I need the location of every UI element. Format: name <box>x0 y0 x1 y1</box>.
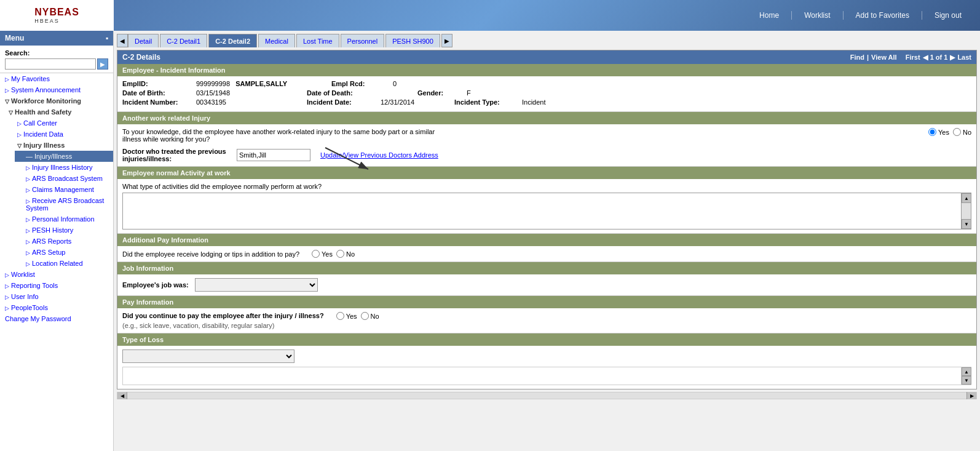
normal-activity-textarea[interactable] <box>123 193 961 229</box>
add-pay-no-label[interactable]: No <box>336 250 355 258</box>
search-button[interactable]: ▶ <box>97 58 108 70</box>
sidebar-item-claims-mgmt[interactable]: ▷Claims Management <box>15 184 113 195</box>
sidebar-search: Search: ▶ <box>0 46 113 73</box>
tab-c2-detail2[interactable]: C-2 Detail2 <box>208 34 257 47</box>
prev-page-icon[interactable]: ◀ <box>923 54 928 62</box>
tab-personnel[interactable]: Personnel <box>341 34 385 47</box>
nav-signout[interactable]: Sign out <box>922 11 974 20</box>
sidebar-item-injury-illness-history[interactable]: ▷Injury Illness History <box>15 162 113 173</box>
header-nav: Home Worklist Add to Favorites Sign out <box>114 0 980 31</box>
arrow-icon: ▷ <box>26 187 30 193</box>
update-doctors-link[interactable]: Update/View Previous Doctors Address <box>320 151 438 159</box>
nav-favorites[interactable]: Add to Favorites <box>844 11 922 20</box>
sidebar-item-ars-broadcast[interactable]: ▷ARS Broadcast System <box>15 173 113 184</box>
employee-row2: Date of Birth: 03/15/1948 Date of Death:… <box>122 89 971 97</box>
additional-pay-block: Additional Pay Information Did the emplo… <box>117 233 976 261</box>
type-of-loss-select[interactable] <box>122 349 294 363</box>
nav-worklist[interactable]: Worklist <box>792 11 843 20</box>
sidebar-item-receive-ars[interactable]: ▷Receive ARS Broadcast System <box>15 195 113 214</box>
tab-detail[interactable]: Detail <box>128 34 159 47</box>
tab-lost-time[interactable]: Lost Time <box>296 34 339 47</box>
horizontal-scrollbar[interactable]: ◀ ▶ <box>117 392 977 399</box>
arrow-icon: ▷ <box>26 198 30 204</box>
work-injury-radio-group: Yes No <box>928 128 971 136</box>
yes-label: Yes <box>938 129 949 136</box>
sidebar-item-health-safety[interactable]: ▽Health and Safety <box>5 106 113 118</box>
sidebar-item-personal-info[interactable]: ▷Personal Information <box>15 214 113 225</box>
no-radio-label[interactable]: No <box>953 128 971 136</box>
loss-scroll-down[interactable]: ▼ <box>962 376 971 385</box>
nav-home[interactable]: Home <box>747 11 792 20</box>
next-page-icon[interactable]: ▶ <box>950 54 955 62</box>
sidebar-item-ars-setup[interactable]: ▷ARS Setup <box>15 247 113 258</box>
work-injury-block: Another work related Injury To your know… <box>117 111 976 166</box>
sidebar-item-reporting-tools[interactable]: ▷Reporting Tools <box>0 280 113 291</box>
pay-yes-label[interactable]: Yes <box>336 312 357 320</box>
sidebar-item-people-tools[interactable]: ▷PeopleTools <box>0 302 113 313</box>
sidebar-item-pesh-history[interactable]: ▷PESH History <box>15 225 113 236</box>
emplid-value: 999999998 SAMPLE,SALLY <box>196 80 331 87</box>
arrow-icon: ▷ <box>5 272 9 278</box>
loss-scroll-up[interactable]: ▲ <box>962 367 971 376</box>
view-all-link[interactable]: View All <box>871 54 897 61</box>
search-input[interactable] <box>5 58 96 70</box>
arrow-icon: ▷ <box>17 121 22 127</box>
job-was-label: Employee's job was: <box>122 281 189 289</box>
scroll-right-btn[interactable]: ▶ <box>966 392 976 399</box>
dod-label: Date of Death: <box>307 89 381 97</box>
no-radio[interactable] <box>953 128 961 136</box>
sidebar-item-system-announcement[interactable]: ▷System Announcement <box>0 84 113 95</box>
add-pay-yes-label[interactable]: Yes <box>312 250 333 258</box>
tab-medical[interactable]: Medical <box>258 34 295 47</box>
tab-pesh-sh900[interactable]: PESH SH900 <box>385 34 440 47</box>
job-was-select[interactable] <box>195 278 318 292</box>
scroll-up-btn[interactable]: ▲ <box>962 193 971 203</box>
sidebar: Menu ▪ Search: ▶ ▷My Favorites ▷System A… <box>0 31 114 451</box>
pay-yes-radio[interactable] <box>336 312 344 320</box>
menu-label: Menu <box>5 34 24 42</box>
doctor-input[interactable] <box>237 149 310 161</box>
arrow-icon: ▷ <box>5 283 9 289</box>
tab-next-btn[interactable]: ▶ <box>441 34 452 47</box>
sidebar-item-ars-reports[interactable]: ▷ARS Reports <box>15 236 113 247</box>
sidebar-item-change-password[interactable]: Change My Password <box>0 313 113 324</box>
incident-date-value: 12/31/2014 <box>381 98 454 106</box>
textarea-scrollbar: ▲ ▼ <box>961 193 971 229</box>
sidebar-item-favorites[interactable]: ▷My Favorites <box>0 73 113 84</box>
scroll-down-btn[interactable]: ▼ <box>962 219 971 229</box>
sidebar-item-call-center[interactable]: ▷Call Center <box>10 118 113 129</box>
find-link[interactable]: Find <box>850 54 864 61</box>
page-counter: 1 of 1 <box>930 54 948 61</box>
sidebar-item-injury-illness[interactable]: ▽Injury Illness <box>10 140 113 151</box>
arrow-icon: ▷ <box>26 176 30 182</box>
sidebar-item-location-related[interactable]: ▷Location Related <box>15 258 113 269</box>
tab-prev-btn[interactable]: ◀ <box>117 34 128 47</box>
sidebar-item-incident-data[interactable]: ▷Incident Data <box>10 129 113 140</box>
sidebar-item-workforce-monitoring[interactable]: ▽Workforce Monitoring <box>0 95 113 106</box>
tabs-row: ◀ Detail C-2 Detail1 C-2 Detail2 Medical… <box>117 34 977 47</box>
dob-value: 03/15/1948 <box>196 89 307 97</box>
yes-radio-label[interactable]: Yes <box>928 128 949 136</box>
work-injury-question: To your knowledge, did the employee have… <box>122 128 442 143</box>
additional-pay-row: Did the employee receive lodging or tips… <box>122 250 971 258</box>
additional-pay-body: Did the employee receive lodging or tips… <box>117 246 976 261</box>
pay-yes-text: Yes <box>346 313 357 320</box>
sidebar-item-user-info[interactable]: ▷User Info <box>0 291 113 302</box>
arrow-icon: ▷ <box>5 87 9 94</box>
collapse-icon[interactable]: ▪ <box>106 34 108 42</box>
add-pay-no-radio[interactable] <box>336 250 344 258</box>
sidebar-item-injury-illness-active[interactable]: — Injury/Illness <box>15 151 113 162</box>
yes-radio[interactable] <box>928 128 936 136</box>
scroll-left-btn[interactable]: ◀ <box>117 392 127 399</box>
sidebar-item-worklist[interactable]: ▷Worklist <box>0 269 113 280</box>
job-info-row: Employee's job was: <box>122 278 971 292</box>
pay-no-label[interactable]: No <box>361 312 379 320</box>
normal-activity-question: What type of activities did the employee… <box>122 183 971 190</box>
tab-c2-detail1[interactable]: C-2 Detail1 <box>160 34 207 47</box>
work-injury-body: To your knowledge, did the employee have… <box>117 124 976 166</box>
pay-info-question-col: Did you continue to pay the employee aft… <box>122 312 324 329</box>
last-link[interactable]: Last <box>957 54 971 61</box>
pay-no-radio[interactable] <box>361 312 369 320</box>
pay-info-body: Did you continue to pay the employee aft… <box>117 308 976 333</box>
add-pay-yes-radio[interactable] <box>312 250 320 258</box>
